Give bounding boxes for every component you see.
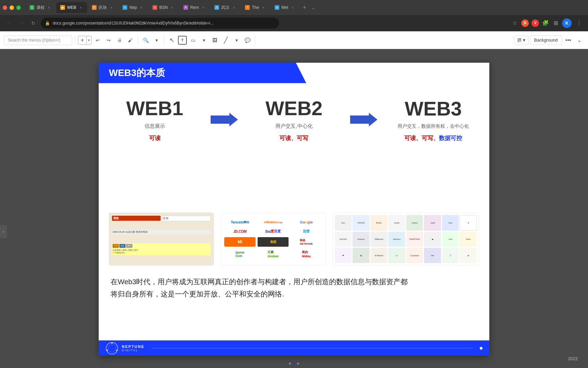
baidu-logo: Bai度百度 [258, 228, 289, 235]
tab-close-web[interactable]: × [78, 5, 83, 10]
toolbar-separator-4 [255, 36, 255, 44]
web2-title: WEB2 [265, 97, 323, 120]
comment-tool[interactable]: 💬 [243, 35, 252, 45]
w3-logo-origin: ORIGIN [353, 215, 370, 231]
w3-logo-arbore: arbore [406, 215, 423, 231]
slides-toolbar-left: Search the menus (Option+/) + ▾ ↩ ↪ 🖨 🖌 … [4, 35, 512, 45]
add-dropdown-button[interactable]: ▾ [86, 36, 91, 44]
slide-title: WEB3的本质 [109, 66, 165, 79]
cursor-tool[interactable]: ↖ [167, 35, 177, 45]
web1-content-block: 可读 信息 展示 信息检索 | 新闻 | 购物 | 娱乐门户网站时代 [112, 243, 211, 255]
tab-met[interactable]: M Met × [271, 2, 299, 13]
tab-close-met[interactable]: × [290, 5, 295, 10]
douban-logo: 豆瓣douban [258, 249, 289, 259]
traffic-lights [3, 5, 21, 10]
browser-menu-button[interactable]: ⋮ [574, 18, 584, 28]
reload-button[interactable]: ↻ [29, 18, 38, 28]
tab-blockchain[interactable]: 区 区块 × [88, 2, 118, 13]
print-button[interactable]: 🖨 [115, 35, 124, 45]
jd-logo: JD.COM [224, 228, 255, 235]
image-tool[interactable]: 🖼 [210, 35, 219, 45]
tab-wuhan[interactable]: 武 武汉 × [210, 2, 240, 13]
sidebar-toggle-button[interactable]: › [0, 225, 7, 239]
w3-logo-mothers: Mothers [388, 232, 405, 247]
w3-logo-dive: dive [442, 215, 459, 231]
more-options-button[interactable]: ••• [564, 35, 573, 45]
tab-favicon-rem: R [183, 5, 188, 10]
tab-close-the[interactable]: × [261, 5, 266, 10]
w3-logo-inbitune: inbitune [353, 232, 370, 247]
year-label: 2022 [568, 356, 578, 361]
w3-logo-btube: Btube [371, 215, 388, 231]
back-button[interactable]: ← [4, 18, 14, 28]
w3-logo-4: ◐ [353, 248, 370, 263]
account-button[interactable]: K [562, 18, 572, 28]
w3-logo-colu: colu [442, 232, 459, 247]
web1-logo-row: 2000-04-20 点击注册 有意外惊喜 [112, 230, 211, 234]
tab-close-bsn[interactable]: × [170, 5, 175, 10]
tab-label-nep: Nep [129, 5, 137, 10]
tab-rem[interactable]: R Rem × [179, 2, 210, 13]
web3-grid: dlux ORIGIN Btube textile arbore ↑pwb di… [333, 213, 479, 265]
fullscreen-button[interactable] [16, 5, 21, 10]
new-tab-button[interactable]: + [300, 3, 309, 12]
tab-close-blockchain[interactable]: × [109, 5, 114, 10]
web1-logo-sina: 回 联 [162, 216, 211, 221]
footer-neptune-text: NEPTUNE [122, 344, 145, 349]
tab-label-web: WEB [67, 5, 76, 10]
footer-digital-text: DIGITAL [122, 349, 145, 352]
tab-favicon-web: ▶ [60, 5, 65, 10]
background-button[interactable]: Background [530, 35, 562, 45]
tab-close-courses[interactable]: × [47, 5, 51, 10]
split-view-button[interactable]: ⊞ [552, 19, 559, 27]
line-tool[interactable]: ╱ [221, 35, 230, 45]
add-main-button[interactable]: + [78, 36, 86, 44]
search-placeholder: Search the menus (Option+/) [8, 38, 60, 43]
tab-bsn[interactable]: B BSN × [148, 2, 179, 13]
bookmark-button[interactable]: ☆ [511, 19, 519, 27]
footer-logo-area: NEPTUNE DIGITAL [105, 342, 145, 355]
extensions-button[interactable]: 🧩 [542, 19, 549, 27]
redo-button[interactable]: ↪ [104, 35, 113, 45]
tab-close-wuhan[interactable]: × [231, 5, 236, 10]
w3-logo-atom: Atom [460, 232, 477, 247]
tab-nep[interactable]: N Nep × [118, 2, 148, 13]
slide-panel[interactable]: WEB3的本质 WEB1 信息展示 可读 WEB2 [99, 63, 489, 356]
minimize-button[interactable] [10, 5, 14, 10]
tab-close-nep[interactable]: × [139, 5, 144, 10]
web2-capability: 可读、可写 [279, 134, 308, 142]
svg-point-4 [111, 342, 113, 344]
xunlei-logo: 迅雷 [291, 228, 322, 235]
footer-divider-line [151, 348, 473, 348]
line-dropdown[interactable]: ▾ [232, 35, 241, 45]
shape-tool[interactable]: ▭ [188, 35, 198, 45]
toolbar-separator-1 [75, 36, 75, 44]
zoom-dropdown[interactable]: ▾ [152, 35, 161, 45]
web3-logo-area: dlux ORIGIN Btube textile arbore ↑pwb di… [332, 213, 479, 265]
paint-format-button[interactable]: 🖌 [126, 35, 135, 45]
pinyin-button[interactable]: 拼 ▾ [514, 35, 528, 45]
forward-button[interactable]: → [16, 18, 26, 28]
toolbar-separator-2 [138, 36, 138, 44]
undo-button[interactable]: ↩ [93, 35, 102, 45]
tab-close-rem[interactable]: × [201, 5, 206, 10]
web2-companies-grid: Tencent腾讯 AlibabaGroup Google JD.COM Bai… [221, 215, 325, 263]
scroll-dot-2 [293, 363, 295, 365]
close-button[interactable] [3, 5, 7, 10]
menu-search-input[interactable]: Search the menus (Option+/) [4, 35, 72, 45]
scroll-dots [289, 363, 299, 365]
zoom-button[interactable]: 🔍 [141, 35, 150, 45]
svg-point-5 [116, 350, 117, 351]
brave-icon[interactable]: B [521, 19, 529, 27]
w3-logo-1: ● [460, 215, 477, 231]
tab-web[interactable]: ▶ WEB × [56, 2, 87, 13]
tab-courses[interactable]: G 课程 × [26, 2, 55, 13]
vivaldi-icon[interactable]: V [532, 19, 539, 27]
text-box-tool[interactable]: T [178, 36, 187, 45]
tab-the[interactable]: T The × [241, 2, 270, 13]
tab-overflow-button[interactable]: ⌄ [311, 5, 315, 10]
expand-button[interactable]: ⌄ [574, 35, 584, 45]
shape-dropdown[interactable]: ▾ [199, 35, 209, 45]
web1-item: WEB1 信息展示 可读 [99, 90, 211, 149]
address-bar[interactable]: 🔒 docs.google.com/presentation/d/1SUIUDH… [41, 18, 279, 29]
